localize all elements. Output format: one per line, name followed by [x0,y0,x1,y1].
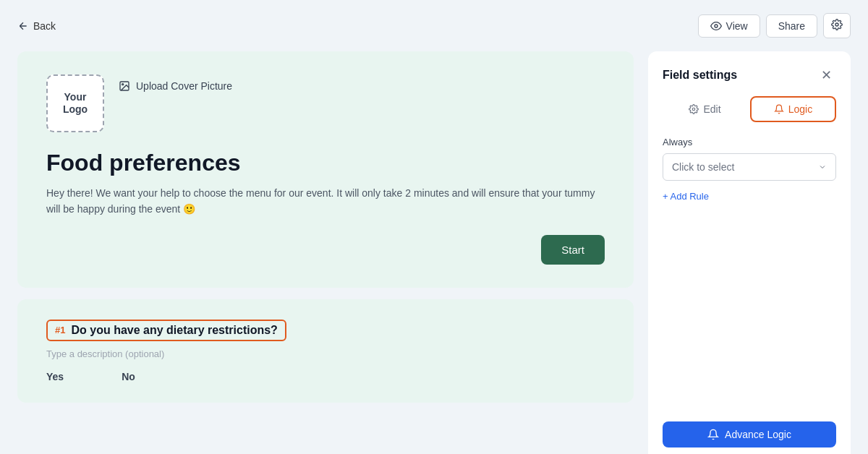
advance-logic-icon [707,429,719,440]
question-card: #1 Do you have any dietary restrictions?… [17,299,634,403]
svg-point-1 [835,23,838,26]
answer-options: Yes No [46,371,605,382]
advance-logic-button[interactable]: Advance Logic [663,421,836,447]
question-description: Type a description (optional) [46,348,605,359]
question-text-wrapper: #1 Do you have any dietary restrictions? [46,320,286,341]
form-description: Hey there! We want your help to choose t… [46,185,605,218]
upload-cover-label: Upload Cover Picture [136,80,232,92]
back-button[interactable]: Back [17,20,56,32]
add-rule-button[interactable]: + Add Rule [663,191,836,202]
main-layout: Your Logo Upload Cover Picture Food pref… [0,51,868,454]
tabs-row: Edit Logic [663,96,836,122]
always-label: Always [663,137,836,147]
form-header: Your Logo Upload Cover Picture [46,74,605,132]
tab-logic-label: Logic [788,103,812,115]
always-section: Always Click to select [663,137,836,181]
logo-placeholder[interactable]: Your Logo [46,74,104,132]
tab-edit-button[interactable]: Edit [663,96,747,122]
share-label: Share [778,20,805,32]
tab-logic-button[interactable]: Logic [750,96,836,122]
left-content: Your Logo Upload Cover Picture Food pref… [17,51,648,454]
question-label-row: #1 Do you have any dietary restrictions? [46,320,605,341]
panel-title: Field settings [663,69,737,82]
panel-header: Field settings ✕ [663,66,836,85]
bell-icon [774,104,784,114]
svg-point-3 [122,84,124,85]
advance-logic-label: Advance Logic [725,429,791,440]
image-icon [119,80,130,92]
logo-line2: Logo [63,103,88,115]
svg-point-4 [693,108,696,111]
nav-right: View Share [698,13,851,38]
field-settings-panel: Field settings ✕ Edit Logic Always [648,51,851,454]
back-arrow-icon [17,20,29,32]
start-button[interactable]: Start [541,235,605,265]
close-panel-button[interactable]: ✕ [817,66,836,85]
form-intro-card: Your Logo Upload Cover Picture Food pref… [17,51,634,288]
share-button[interactable]: Share [766,14,817,38]
eye-icon [710,20,722,32]
gear-icon [831,19,843,30]
view-button[interactable]: View [698,14,760,38]
back-label: Back [33,20,56,32]
question-number-badge: #1 [55,325,65,335]
edit-icon [689,104,699,114]
option-no[interactable]: No [122,371,135,382]
upload-cover-button[interactable]: Upload Cover Picture [119,80,232,92]
logo-line1: Your [64,91,87,103]
form-title: Food preferences [46,150,605,176]
settings-button[interactable] [823,13,851,38]
tab-edit-label: Edit [703,103,720,115]
always-select[interactable]: Click to select [663,153,836,181]
view-label: View [726,20,748,32]
top-nav: Back View Share [0,0,868,51]
question-text: Do you have any dietary restrictions? [71,324,277,337]
svg-point-0 [715,25,718,27]
option-yes[interactable]: Yes [46,371,64,382]
